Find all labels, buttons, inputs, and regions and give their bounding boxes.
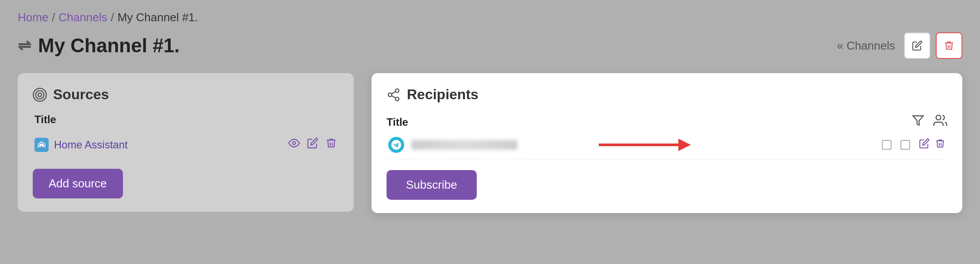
- svg-point-3: [293, 142, 296, 145]
- edit-source-button[interactable]: [307, 137, 318, 152]
- recipients-icon: [387, 88, 401, 102]
- source-actions: [288, 137, 337, 152]
- delete-recipient-button[interactable]: [935, 138, 946, 151]
- sources-heading: Sources: [33, 86, 339, 103]
- main-content: Sources Title Home Assistant: [18, 73, 962, 213]
- filter-icon[interactable]: [912, 114, 924, 130]
- recipients-panel: Recipients Title: [371, 73, 962, 213]
- sources-title-column: Title: [33, 113, 339, 126]
- svg-point-1: [36, 90, 44, 99]
- breadcrumb-channels[interactable]: Channels: [59, 11, 107, 24]
- recipient-checkbox-2[interactable]: [900, 140, 910, 150]
- view-source-button[interactable]: [288, 137, 300, 152]
- svg-point-5: [388, 93, 392, 97]
- recipient-row: [387, 131, 947, 159]
- home-assistant-icon: [34, 138, 49, 152]
- group-users-icon[interactable]: [933, 113, 947, 131]
- breadcrumb-current: My Channel #1.: [118, 11, 198, 24]
- recipients-heading: Recipients: [387, 86, 947, 103]
- header-actions: « Channels: [837, 32, 962, 59]
- telegram-icon: [388, 137, 404, 153]
- source-name: Home Assistant: [54, 139, 128, 151]
- recipients-header-actions: [912, 113, 947, 131]
- edit-icon: [912, 40, 923, 51]
- recipient-edit-icons: [919, 138, 946, 151]
- channels-back-link[interactable]: « Channels: [837, 39, 895, 53]
- recipients-title: Recipients: [407, 86, 479, 103]
- channel-arrows-icon: ⇌: [18, 36, 31, 55]
- sources-panel: Sources Title Home Assistant: [18, 73, 354, 212]
- recipients-title-column: Title: [387, 116, 408, 128]
- recipient-left: [388, 137, 517, 153]
- add-source-button[interactable]: Add source: [33, 169, 123, 198]
- svg-line-8: [391, 91, 395, 93]
- svg-line-7: [391, 96, 395, 98]
- delete-channel-button[interactable]: [936, 32, 962, 59]
- sources-icon: [33, 88, 47, 102]
- source-title: Home Assistant: [34, 138, 128, 152]
- recipients-table-header: Title: [387, 113, 947, 131]
- page-title: ⇌ My Channel #1.: [18, 35, 180, 57]
- delete-source-button[interactable]: [325, 137, 337, 152]
- svg-point-4: [395, 89, 399, 92]
- trash-icon: [944, 40, 954, 51]
- page-title-text: My Channel #1.: [38, 35, 180, 57]
- svg-point-6: [395, 97, 399, 101]
- edit-recipient-button[interactable]: [919, 138, 930, 151]
- svg-point-0: [38, 93, 42, 97]
- breadcrumb-sep1: /: [52, 11, 55, 24]
- svg-point-10: [936, 115, 941, 120]
- svg-marker-9: [913, 116, 923, 125]
- breadcrumb-sep2: /: [111, 11, 114, 24]
- recipient-right: [882, 138, 946, 151]
- source-row: Home Assistant: [33, 133, 339, 156]
- breadcrumb-home[interactable]: Home: [18, 11, 48, 24]
- red-arrow: [599, 139, 691, 151]
- subscribe-button[interactable]: Subscribe: [387, 170, 477, 200]
- recipient-checkbox-1[interactable]: [882, 140, 892, 150]
- breadcrumb: Home / Channels / My Channel #1.: [18, 11, 962, 24]
- edit-channel-button[interactable]: [904, 32, 930, 59]
- sources-title: Sources: [53, 86, 109, 103]
- recipient-name-blurred: [411, 140, 517, 150]
- page-header: ⇌ My Channel #1. « Channels: [18, 32, 962, 59]
